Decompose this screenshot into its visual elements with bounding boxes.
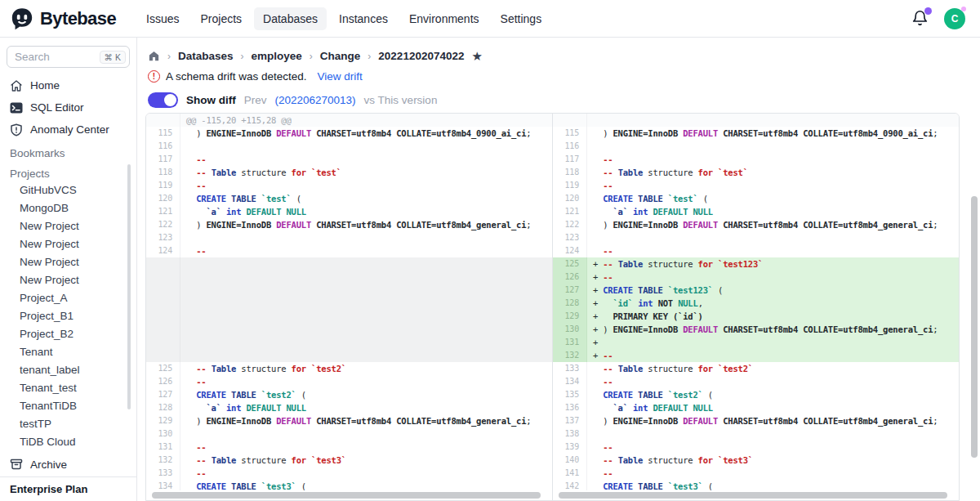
diff-row-left: @@ -115,20 +115,28 @@ [146, 114, 552, 127]
line-number: 126 [146, 375, 180, 388]
diff-row-right: 135 CREATE TABLE `test2` ( [553, 388, 959, 401]
code-line: -- [180, 153, 552, 166]
diff-row-right: 116 [553, 140, 959, 153]
scrollbar-thumb[interactable] [559, 492, 947, 499]
line-number: 130 [553, 323, 587, 336]
scrollbar-thumb[interactable] [152, 492, 541, 499]
line-number: 122 [146, 218, 180, 231]
diff-row-right: 129+ PRIMARY KEY (`id`) [553, 310, 959, 323]
schema-drift-alert: ! A schema drift was detected. View drif… [148, 70, 980, 83]
sidebar-project-item[interactable]: New Project [0, 217, 136, 235]
code-line: -- [587, 179, 959, 192]
sidebar-item-home[interactable]: Home [0, 74, 136, 96]
page-vertical-scrollbar[interactable] [971, 196, 978, 458]
sidebar-scrollbar[interactable] [127, 164, 131, 409]
breadcrumb-separator: › [241, 51, 244, 62]
diff-row-left: 115 ) ENGINE=InnoDB DEFAULT CHARSET=utf8… [146, 127, 552, 140]
line-number: 137 [553, 414, 587, 427]
diff-row-left: 125 -- Table structure for `test2` [146, 362, 552, 375]
line-number [146, 323, 180, 336]
line-number: 135 [553, 388, 587, 401]
sidebar-project-item[interactable]: TenantTiDB [0, 397, 136, 415]
breadcrumb-version[interactable]: 20221202074022 [378, 50, 464, 62]
brand-name: Bytebase [40, 8, 116, 29]
sidebar-project-list: GitHubVCSMongoDBNew ProjectNew ProjectNe… [0, 181, 136, 452]
sidebar-project-item[interactable]: MongoDB [0, 199, 136, 217]
code-line: ) ENGINE=InnoDB DEFAULT CHARSET=utf8mb4 … [180, 218, 552, 231]
search-placeholder: Search [15, 51, 50, 63]
diff-row-left: 119 -- [146, 179, 552, 192]
diff-row-right: 137 ) ENGINE=InnoDB DEFAULT CHARSET=utf8… [553, 414, 959, 427]
diff-row-right: 125+ -- Table structure for `test123` [553, 257, 959, 271]
nav-item-projects[interactable]: Projects [192, 7, 252, 30]
line-number: 120 [146, 192, 180, 205]
nav-item-databases[interactable]: Databases [254, 7, 327, 30]
code-line: + CREATE TABLE `test123` ( [587, 284, 959, 297]
sidebar-project-item[interactable]: New Project [0, 271, 136, 289]
notifications-button[interactable] [911, 10, 929, 28]
nav-item-instances[interactable]: Instances [330, 7, 397, 30]
show-diff-toggle[interactable] [148, 92, 178, 108]
sidebar-project-item[interactable]: tenant_label [0, 361, 136, 379]
sidebar-item-anomaly-center[interactable]: Anomaly Center [0, 119, 136, 141]
line-number: 138 [553, 427, 587, 441]
nav-item-settings[interactable]: Settings [492, 7, 551, 30]
sidebar-project-item[interactable]: Project_B1 [0, 307, 136, 325]
user-avatar[interactable]: C [944, 8, 965, 29]
vs-this-version-label: vs This version [364, 94, 438, 106]
breadcrumb-databases[interactable]: Databases [178, 50, 234, 62]
breadcrumb-home-icon[interactable] [148, 50, 160, 62]
line-number: 132 [553, 349, 587, 362]
sidebar-project-item[interactable]: GitHubVCS [0, 181, 136, 199]
sidebar-project-item[interactable]: New Project [0, 253, 136, 271]
diff-row-left: 118 -- Table structure for `test` [146, 166, 552, 179]
line-number: 127 [553, 284, 587, 297]
sidebar-project-item[interactable]: Tenant_test [0, 379, 136, 397]
bytebase-logo[interactable]: Bytebase [10, 7, 116, 31]
breadcrumb: › Databases › employee › Change › 202212… [148, 50, 980, 62]
code-line: ) ENGINE=InnoDB DEFAULT CHARSET=utf8mb4 … [587, 414, 959, 427]
sidebar-project-item[interactable]: testTP [0, 415, 136, 433]
sidebar-item-sql-editor[interactable]: SQL Editor [0, 96, 136, 119]
prev-version-link[interactable]: (202206270013) [275, 94, 356, 106]
line-number: 133 [146, 467, 180, 480]
view-drift-link[interactable]: View drift [318, 70, 363, 83]
breadcrumb-employee[interactable]: employee [252, 50, 302, 62]
line-number: 118 [146, 166, 180, 179]
sidebar-project-item[interactable]: New Project [0, 235, 136, 253]
sidebar-item-archive[interactable]: Archive [0, 452, 136, 476]
diff-row-right: 132+ -- [553, 349, 959, 362]
diff-row-left: 129 ) ENGINE=InnoDB DEFAULT CHARSET=utf8… [146, 414, 552, 427]
code-line [180, 427, 552, 441]
sidebar: Search ⌘ K Home SQL Editor Ano [0, 38, 137, 501]
diff-row-right: 138 [553, 427, 959, 441]
code-line: + -- [587, 349, 959, 362]
nav-item-issues[interactable]: Issues [137, 7, 188, 30]
search-input[interactable]: Search ⌘ K [7, 46, 130, 68]
code-line [180, 231, 552, 244]
sidebar-project-item[interactable]: Tenant [0, 343, 136, 361]
sidebar-item-label: Home [30, 79, 60, 92]
diff-row-right: 115 ) ENGINE=InnoDB DEFAULT CHARSET=utf8… [553, 127, 959, 140]
sidebar-section-bookmarks[interactable]: Bookmarks [0, 141, 136, 161]
line-number: 131 [146, 441, 180, 454]
sidebar-project-item[interactable]: Project_A [0, 289, 136, 307]
sidebar-project-item[interactable]: Project_B2 [0, 325, 136, 343]
nav-item-environments[interactable]: Environments [400, 7, 488, 30]
code-line: -- [587, 441, 959, 454]
diff-row-right: 140 -- Table structure for `test3` [553, 454, 959, 467]
diff-row-left [146, 349, 552, 362]
code-line: + [587, 336, 959, 349]
code-line [587, 427, 959, 441]
diff-row-right: 124 -- [553, 244, 959, 257]
sidebar-item-label: Archive [30, 459, 67, 471]
code-line: -- Table structure for `test` [180, 166, 552, 179]
bookmark-star-icon[interactable]: ★ [471, 50, 482, 62]
archive-icon [10, 458, 23, 471]
code-line: CREATE TABLE `test` ( [587, 192, 959, 205]
line-number: 129 [553, 310, 587, 323]
sidebar-project-item[interactable]: TiDB Cloud [0, 433, 136, 451]
breadcrumb-change[interactable]: Change [320, 50, 361, 62]
code-line: -- [180, 375, 552, 388]
code-line: -- [180, 244, 552, 257]
